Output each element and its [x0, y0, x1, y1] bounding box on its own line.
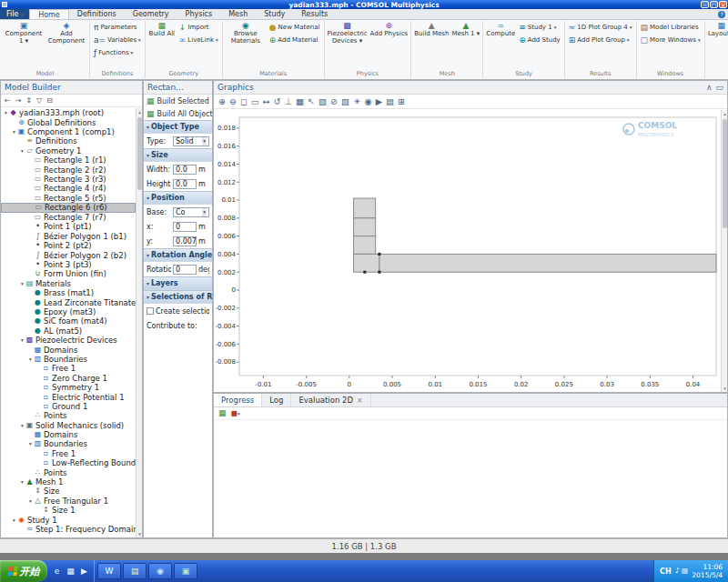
scroll-thumb[interactable] [723, 119, 727, 228]
minimize-button[interactable]: ─ [701, 1, 709, 8]
tree-item-free-1[interactable]: ▫Free 1 [1, 364, 136, 373]
tree-item-rectangle-2-r2[interactable]: ▭Rectangle 2 (r2) [1, 165, 136, 174]
section-header-position[interactable]: ▾Position [144, 191, 212, 205]
expander-icon[interactable]: ▾ [27, 498, 34, 504]
scroll-down-icon[interactable]: ▾ [136, 530, 143, 537]
deselect-icon[interactable]: ⊘ [330, 97, 338, 106]
language-indicator[interactable]: CH [660, 567, 672, 576]
tree-item-boundaries[interactable]: ▾▥Boundaries [1, 439, 136, 448]
tree-item-free-triangular-1[interactable]: ▾△Free Triangular 1 [1, 497, 136, 506]
zoom-in-icon[interactable]: ⊕ [218, 97, 226, 106]
y-input[interactable]: 0.007 [173, 236, 197, 246]
model-libraries-button[interactable]: ▤Model Libraries [639, 21, 703, 34]
build-selected-button[interactable]: ▦Build Selected [144, 95, 212, 107]
word-window-taskbar-button[interactable]: W [97, 563, 121, 579]
tree-item-zero-charge-1[interactable]: ▫Zero Charge 1 [1, 374, 136, 383]
import-button[interactable]: ↓Import [177, 21, 220, 34]
scroll-up-icon[interactable]: ▴ [722, 110, 728, 117]
section-header-size[interactable]: ▾Size [144, 148, 212, 162]
comsol-window-taskbar-button[interactable]: ◉ [148, 563, 172, 579]
tree-item-point-3-pt3[interactable]: •Point 3 (pt3) [1, 260, 136, 269]
variables-button[interactable]: a=Variables▾ [92, 34, 143, 46]
show-desktop-quicklaunch[interactable]: ▦ [65, 564, 76, 578]
explorer-window-taskbar-button[interactable]: ▤ [123, 563, 147, 579]
tree-item-sic-foam-mat4[interactable]: ●SiC foam (mat4) [1, 316, 136, 326]
component-1-button[interactable]: ▣Component 1 ▾ [3, 21, 45, 45]
filter-icon[interactable]: ▽ [36, 97, 42, 105]
volume-icon[interactable]: ♪ [675, 567, 680, 575]
tree-item-brass-mat1[interactable]: ●Brass (mat1) [1, 288, 136, 297]
float-panel-icon[interactable]: ▭ [715, 84, 723, 92]
height-input[interactable]: 0.0 [173, 179, 197, 189]
1d-plot-group-4-button[interactable]: ≈1D Plot Group 4▾ [567, 21, 634, 34]
tree-item-study-1[interactable]: ▾◉Study 1 [1, 515, 136, 524]
table-icon[interactable]: ▦ [218, 409, 227, 417]
scroll-thumb[interactable] [137, 117, 142, 190]
pan-icon[interactable]: ↔ [263, 97, 270, 106]
scene-light-icon[interactable]: ☀ [353, 97, 361, 106]
model-builder-scrollbar[interactable]: ▴ ▾ [136, 108, 142, 537]
build-mesh-button[interactable]: ▲Build Mesh [413, 21, 450, 38]
add-component-button[interactable]: ◈Add Component ▾ [46, 21, 87, 46]
axes-icon[interactable]: ⊥ [285, 97, 292, 106]
expander-icon[interactable]: ▾ [19, 479, 25, 485]
move-icon[interactable]: ↕ [25, 97, 32, 105]
expander-icon[interactable]: ▾ [19, 281, 25, 286]
tree-item-component-1-comp1[interactable]: ▾▣Component 1 (comp1) [1, 127, 136, 136]
expander-icon[interactable]: ▾ [11, 129, 17, 135]
browse-materials-button[interactable]: ◉Browse Materials [225, 21, 267, 45]
expander-icon[interactable]: ▾ [11, 517, 17, 523]
zoom-extents-icon[interactable]: ◻ [240, 97, 248, 106]
tree-item-definitions[interactable]: ≡Definitions [1, 136, 136, 146]
start-button[interactable]: 开始 [0, 560, 47, 582]
add-plot-group-button[interactable]: ⊞Add Plot Group▾ [567, 34, 634, 46]
section-header-object-type[interactable]: ▾Object Type [144, 120, 212, 134]
expander-icon[interactable]: ▾ [3, 110, 9, 115]
messages-tab-log[interactable]: Log [262, 394, 291, 406]
graphics-scrollbar[interactable]: ▴ ▾ [721, 110, 727, 392]
rotation-input[interactable]: 0 [173, 265, 197, 275]
expander-icon[interactable]: ▾ [19, 423, 25, 428]
new-material-button[interactable]: ●New Material [268, 21, 322, 34]
tree-item-piezoelectric-devices[interactable]: ▾▩Piezoelectric Devices [1, 336, 136, 345]
tree-item-symmetry-1[interactable]: ▫Symmetry 1 [1, 383, 136, 392]
section-header-selections-of-resulting-entities[interactable]: ▾Selections of Resulting Entities [144, 290, 212, 304]
ie-quicklaunch[interactable]: e [51, 564, 63, 578]
select-icon[interactable]: ↖ [308, 97, 315, 106]
record-icon[interactable]: ▶ [376, 97, 382, 106]
plot-settings-icon[interactable]: ⊞ [398, 97, 405, 106]
tree-item-free-1[interactable]: ▫Free 1 [1, 449, 136, 458]
collapse-all-icon[interactable]: ⊟ [46, 97, 53, 105]
tree-item-rectangle-1-r1[interactable]: ▭Rectangle 1 (r1) [1, 156, 136, 165]
tree-item-low-reflecting-boundary-1[interactable]: ▫Low-Reflecting Boundary 1 [1, 458, 136, 467]
file-menu-button[interactable]: File ▾ [0, 9, 29, 19]
tree-item-form-union-fin[interactable]: ∪Form Union (fin) [1, 269, 136, 278]
tab-study[interactable]: Study [256, 9, 293, 19]
tab-results[interactable]: Results [293, 9, 336, 19]
study-1-button[interactable]: ≡Study 1▾ [517, 21, 562, 34]
tab-definitions[interactable]: Definitions [69, 9, 125, 19]
create-selection-checkbox[interactable] [147, 307, 154, 315]
section-header-rotation-angle[interactable]: ▾Rotation Angle [144, 248, 212, 262]
messages-tab-evaluation-2d[interactable]: Evaluation 2D× [291, 394, 370, 406]
tree-item-ground-1[interactable]: ▫Ground 1 [1, 402, 136, 411]
base-select[interactable]: Co▾ [173, 207, 209, 217]
tree-item-lead-zirconate-titanate-mat2[interactable]: ●Lead Zirconate Titanate (mat2) [1, 297, 136, 306]
tree-item-mesh-1[interactable]: ▾▲Mesh 1 [1, 477, 136, 487]
x-input[interactable]: 0 [173, 222, 197, 232]
piezoelectric-devices-button[interactable]: ▩Piezoelectric Devices ▾ [327, 21, 369, 45]
add-physics-button[interactable]: ⊛Add Physics [369, 21, 410, 38]
tree-item-epoxy-mat3[interactable]: ●Epoxy (mat3) [1, 307, 136, 316]
mesh-1-button[interactable]: ▲Mesh 1 ▾ [450, 21, 480, 38]
messages-tab-progress[interactable]: Progress [214, 394, 262, 406]
build-all-button[interactable]: ▦Build All [147, 21, 177, 38]
tab-physics[interactable]: Physics [177, 9, 221, 19]
media-player-quicklaunch[interactable]: ▶ [78, 564, 90, 578]
close-tab-icon[interactable]: × [357, 396, 363, 405]
tree-item-points[interactable]: ∴Points [1, 467, 136, 477]
help-icon[interactable]: ? [718, 11, 725, 18]
back-icon[interactable]: ← [5, 97, 11, 105]
width-input[interactable]: 0.0 [173, 165, 197, 175]
zoom-out-icon[interactable]: ⊖ [229, 97, 237, 106]
expander-icon[interactable]: ▾ [27, 356, 34, 362]
